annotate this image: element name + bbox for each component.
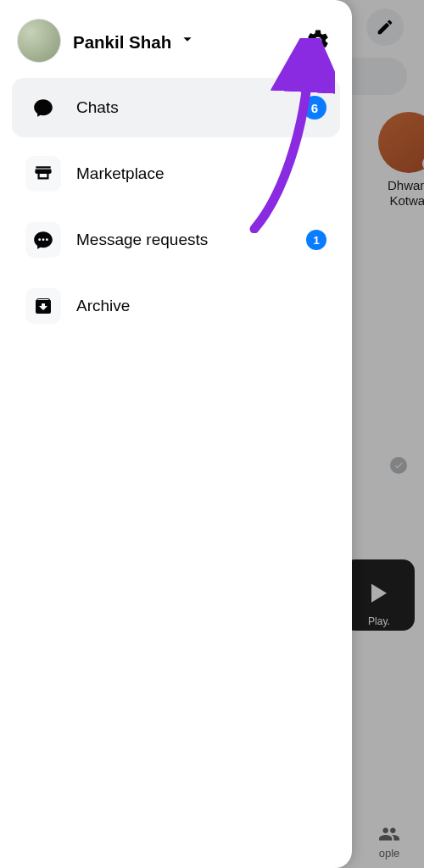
archive-icon	[25, 288, 61, 324]
menu-label: Archive	[76, 297, 130, 315]
menu-item-archive[interactable]: Archive	[12, 276, 340, 336]
chevron-down-icon	[178, 30, 197, 48]
menu-label: Message requests	[76, 231, 208, 249]
badge: 6	[303, 96, 326, 120]
user-name: Pankil Shah	[73, 32, 171, 52]
drawer-menu: Chats 6 Marketplace Message requests 1	[12, 78, 340, 336]
drawer-header: Pankil Shah	[12, 8, 340, 78]
navigation-drawer: Pankil Shah Chats 6	[0, 0, 352, 868]
menu-label: Marketplace	[76, 164, 165, 183]
menu-item-marketplace[interactable]: Marketplace	[12, 144, 340, 203]
avatar[interactable]	[17, 19, 61, 63]
chat-icon	[25, 90, 61, 125]
settings-button[interactable]	[301, 24, 335, 58]
gear-icon	[305, 28, 331, 53]
store-icon	[25, 156, 61, 192]
menu-item-chats[interactable]: Chats 6	[12, 78, 340, 137]
account-switcher[interactable]: Pankil Shah	[73, 30, 197, 53]
menu-item-message-requests[interactable]: Message requests 1	[12, 210, 340, 270]
menu-label: Chats	[76, 98, 119, 117]
badge: 1	[306, 230, 326, 250]
message-dots-icon	[25, 222, 61, 258]
